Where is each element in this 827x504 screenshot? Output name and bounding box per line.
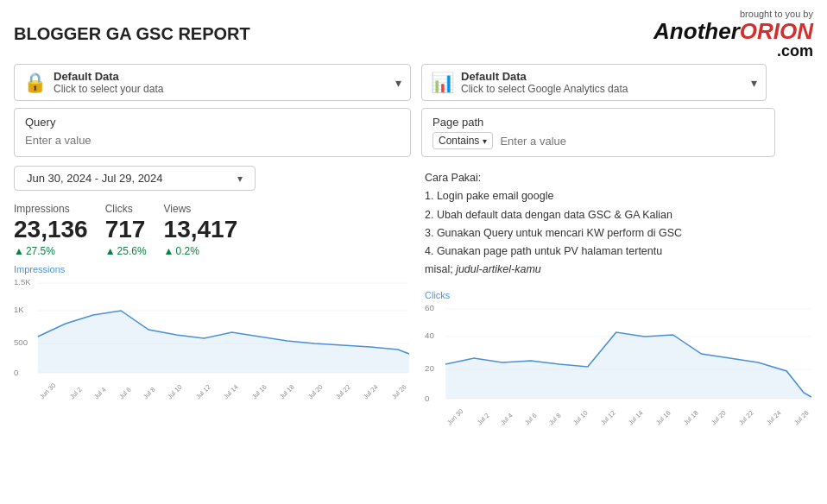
svg-text:1K: 1K: [14, 306, 25, 314]
contains-label: Contains: [439, 135, 479, 147]
svg-text:20: 20: [425, 363, 434, 372]
ga-selector-sub: Click to select Google Analytics data: [461, 83, 628, 95]
views-value: 13,417: [164, 217, 238, 243]
page-path-input[interactable]: [500, 135, 764, 148]
instructions-step3: 3. Gunakan Query untuk mencari KW perfor…: [425, 224, 813, 243]
page-title: BLOGGER GA GSC REPORT: [14, 24, 250, 44]
gsc-selector-arrow: ▾: [388, 76, 401, 90]
views-label: Views: [164, 203, 238, 215]
impressions-chart-container: Impressions 1.5K 1K 500 0: [14, 264, 411, 402]
brand-com: .com: [653, 43, 813, 59]
instructions-title: Cara Pakai:: [425, 169, 813, 187]
main-row: Jun 30, 2024 - Jul 29, 2024 ▾ Impression…: [0, 166, 827, 429]
date-range-button[interactable]: Jun 30, 2024 - Jul 29, 2024 ▾: [14, 166, 256, 191]
contains-arrow: ▾: [483, 136, 487, 146]
views-metric: Views 13,417 ▲0.2%: [164, 203, 238, 257]
ga-selector-arrow: ▾: [744, 76, 757, 90]
svg-text:40: 40: [425, 331, 434, 339]
clicks-label: Clicks: [105, 203, 147, 215]
page-path-label: Page path: [432, 116, 764, 129]
brand-another: Another: [653, 18, 740, 44]
svg-text:0: 0: [14, 369, 18, 377]
date-range-text: Jun 30, 2024 - Jul 29, 2024: [27, 172, 163, 185]
brand-logo: AnotherORION.com: [653, 19, 813, 59]
svg-text:500: 500: [14, 338, 28, 347]
instructions-step2: 2. Ubah default data dengan data GSC & G…: [425, 206, 813, 224]
clicks-chart-label: Clicks: [425, 290, 813, 300]
instructions-step1: 1. Login pake email google: [425, 187, 813, 205]
gsc-selector-label: Default Data: [54, 70, 163, 83]
contains-dropdown[interactable]: Contains ▾: [432, 132, 493, 149]
impressions-arrow-icon: ▲: [14, 245, 24, 257]
ga-selector[interactable]: 📊 Default Data Click to select Google An…: [421, 64, 767, 101]
clicks-arrow-icon: ▲: [105, 245, 116, 257]
header: BLOGGER GA GSC REPORT brought to you by …: [0, 0, 827, 64]
instructions-note: misal; judul-artikel-kamu: [425, 261, 813, 279]
clicks-change: ▲25.6%: [105, 245, 147, 257]
clicks-chart-svg: 60 40 20 0: [425, 302, 813, 406]
metrics-row: Impressions 23,136 ▲27.5% Clicks 717 ▲25…: [14, 203, 411, 257]
svg-text:1.5K: 1.5K: [14, 278, 32, 287]
ga-selector-text: Default Data Click to select Google Anal…: [461, 70, 628, 95]
views-change: ▲0.2%: [164, 245, 238, 257]
instructions-step4: 4. Gunakan page path untuk PV halaman te…: [425, 243, 813, 261]
date-range-arrow: ▾: [237, 173, 243, 185]
brand: brought to you by AnotherORION.com: [653, 9, 813, 59]
svg-text:0: 0: [425, 394, 429, 402]
query-filter-box: Query: [14, 108, 411, 157]
impressions-value: 23,136: [14, 217, 88, 243]
page-path-filter-box: Page path Contains ▾: [421, 108, 775, 157]
ga-icon: 📊: [431, 72, 454, 94]
clicks-chart-container: Clicks 60 40 20 0: [425, 290, 813, 428]
query-filter-label: Query: [25, 116, 400, 129]
gsc-selector[interactable]: 🔒 Default Data Click to select your data…: [14, 64, 411, 101]
right-panel: Cara Pakai: 1. Login pake email google 2…: [425, 166, 813, 429]
selectors-row: 🔒 Default Data Click to select your data…: [0, 64, 827, 101]
brand-orion: ORION: [740, 18, 813, 44]
ga-selector-label: Default Data: [461, 70, 628, 83]
clicks-metric: Clicks 717 ▲25.6%: [105, 203, 147, 257]
left-panel: Jun 30, 2024 - Jul 29, 2024 ▾ Impression…: [14, 166, 411, 429]
svg-text:60: 60: [425, 303, 434, 312]
views-arrow-icon: ▲: [164, 245, 174, 257]
impressions-chart-svg: 1.5K 1K 500 0: [14, 276, 411, 380]
impressions-label: Impressions: [14, 203, 88, 215]
gsc-selector-text: Default Data Click to select your data: [54, 70, 163, 95]
gsc-selector-sub: Click to select your data: [54, 83, 163, 95]
impressions-change: ▲27.5%: [14, 245, 88, 257]
clicks-value: 717: [105, 217, 147, 243]
impressions-metric: Impressions 23,136 ▲27.5%: [14, 203, 88, 257]
impressions-chart-label: Impressions: [14, 264, 411, 274]
query-input[interactable]: [25, 132, 400, 148]
filters-row: Query Page path Contains ▾: [0, 108, 827, 157]
gsc-icon: 🔒: [23, 72, 47, 94]
note-prefix: misal;: [425, 263, 456, 275]
page-path-inner: Contains ▾: [432, 132, 764, 149]
note-italic: judul-artikel-kamu: [456, 263, 541, 275]
instructions: Cara Pakai: 1. Login pake email google 2…: [425, 166, 813, 280]
